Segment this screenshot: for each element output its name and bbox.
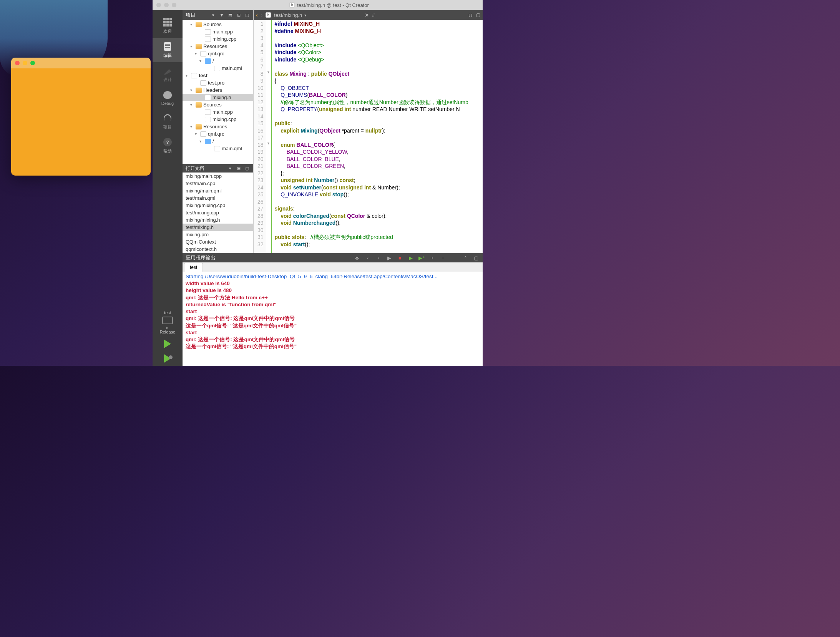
tree-item[interactable]: ▾Headers — [183, 86, 253, 94]
mode-design[interactable]: 设计 — [153, 62, 183, 86]
dropdown-icon[interactable]: ▾ — [227, 165, 233, 171]
link-icon[interactable]: ⬒ — [227, 12, 233, 18]
tree-item[interactable]: main.qml — [183, 65, 253, 72]
zoom-icon[interactable] — [30, 61, 35, 65]
tree-item[interactable]: ▾/ — [183, 57, 253, 65]
qtc-titlebar[interactable]: h test/mixing.h @ test - Qt Creator — [153, 0, 483, 10]
close-icon[interactable] — [15, 61, 20, 65]
open-doc-item[interactable]: mixing/main.cpp — [183, 173, 253, 180]
editor-area: ‹ › h test/mixing.h ▾ ✕ # ⫾⫾ ▢ — [254, 10, 483, 253]
tree-item[interactable]: mixing.h — [183, 94, 253, 101]
minimize-icon[interactable] — [23, 61, 27, 65]
tree-item[interactable]: ▾/ — [183, 138, 253, 145]
monitor-icon — [162, 317, 173, 324]
split-icon[interactable]: ⊞ — [236, 165, 242, 171]
open-doc-item[interactable]: test/main.qml — [183, 194, 253, 202]
project-panel: 项目 ▾ ▼ ⬒ ⊞ ▢ ▾Sourcesmain.cppmixing.cpp▾… — [183, 10, 254, 253]
mode-label: 项目 — [163, 124, 172, 130]
file-path-selector[interactable]: test/mixing.h ▾ — [274, 12, 362, 18]
debug-run-button[interactable] — [164, 351, 171, 366]
app-titlebar[interactable] — [11, 58, 151, 68]
split-icon[interactable]: ⊞ — [236, 12, 242, 18]
remove-icon[interactable]: − — [440, 254, 447, 261]
open-docs-list[interactable]: mixing/main.cpptest/main.cppmixing/main.… — [183, 173, 253, 253]
stop-icon[interactable]: ■ — [397, 254, 403, 261]
open-doc-item[interactable]: test/mixing.cpp — [183, 209, 253, 216]
open-doc-item[interactable]: qqmlcontext.h — [183, 246, 253, 253]
tree-item[interactable]: main.cpp — [183, 108, 253, 116]
tree-item[interactable]: main.qml — [183, 145, 253, 152]
open-doc-item[interactable]: mixing/main.qml — [183, 187, 253, 194]
close-panel-icon[interactable]: ▢ — [244, 165, 250, 171]
next-icon[interactable]: › — [375, 254, 382, 261]
code-editor[interactable]: 1234567891011121314151617181920212223242… — [254, 20, 483, 253]
mode-label: 编辑 — [163, 53, 172, 58]
tree-item[interactable]: ▾qml.qrc — [183, 130, 253, 138]
header-file-icon: h — [289, 2, 295, 8]
kit-selector[interactable]: test ▶ Release — [160, 308, 175, 337]
window-title: h test/mixing.h @ test - Qt Creator — [179, 2, 479, 8]
pin-icon[interactable]: ⬘ — [354, 254, 360, 261]
open-doc-item[interactable]: mixing.pro — [183, 231, 253, 238]
code-content[interactable]: #ifndef MIXING_H#define MIXING_H#include… — [272, 20, 471, 253]
mode-help[interactable]: ? 帮助 — [153, 134, 183, 158]
open-doc-item[interactable]: mixing/mixing.cpp — [183, 202, 253, 209]
minimize-icon[interactable] — [164, 3, 169, 7]
line-gutter: 1234567891011121314151617181920212223242… — [254, 20, 266, 253]
play-bug-icon — [164, 354, 171, 363]
tree-item[interactable]: test.pro — [183, 79, 253, 86]
open-doc-item[interactable]: test/mixing.h — [183, 224, 253, 231]
mode-bar: 欢迎 编辑 设计 Debug 项目 ? 帮助 — [153, 10, 183, 366]
open-doc-item[interactable]: mixing/mixing.h — [183, 216, 253, 224]
prev-icon[interactable]: ‹ — [364, 254, 371, 261]
run-icon[interactable]: ▶ — [407, 254, 414, 261]
maximize-icon[interactable]: ▢ — [473, 254, 480, 261]
tree-item[interactable]: ▾Resources — [183, 43, 253, 50]
fold-column[interactable]: ▾▾ — [266, 20, 272, 253]
close-file-icon[interactable]: ✕ — [365, 12, 369, 18]
document-icon — [164, 42, 171, 51]
collapse-icon[interactable]: ⌃ — [462, 254, 469, 261]
tree-item[interactable]: ▾test — [183, 72, 253, 79]
open-doc-item[interactable]: test/main.cpp — [183, 180, 253, 187]
tree-item[interactable]: ▾Resources — [183, 123, 253, 130]
tree-item[interactable]: mixing.cpp — [183, 116, 253, 123]
window-title-text: test/mixing.h @ test - Qt Creator — [297, 2, 369, 8]
add-icon[interactable]: + — [429, 254, 436, 261]
mode-label: 欢迎 — [163, 28, 172, 34]
mode-welcome[interactable]: 欢迎 — [153, 14, 183, 38]
help-icon: ? — [163, 138, 172, 146]
mode-project[interactable]: 项目 — [153, 109, 183, 134]
output-tab[interactable]: test — [184, 263, 203, 272]
mode-debug[interactable]: Debug — [153, 86, 183, 109]
tree-item[interactable]: ▾Sources — [183, 101, 253, 108]
output-pane: 应用程序输出 ⬘ ‹ › ▶ ■ ▶ ▶⁺ + − ⌃ ▢ test — [183, 253, 483, 366]
tree-item[interactable]: ▾qml.qrc — [183, 50, 253, 57]
mode-edit[interactable]: 编辑 — [153, 38, 183, 62]
close-icon[interactable] — [156, 3, 161, 7]
qt-creator-window: h test/mixing.h @ test - Qt Creator 欢迎 编… — [153, 0, 483, 366]
filter-icon[interactable]: ▼ — [219, 12, 225, 18]
run-button[interactable] — [164, 337, 171, 351]
project-panel-header: 项目 ▾ ▼ ⬒ ⊞ ▢ — [183, 10, 253, 20]
project-panel-title: 项目 — [186, 12, 196, 18]
play-icon — [164, 340, 171, 348]
tree-item[interactable]: mixing.cpp — [183, 35, 253, 43]
output-body[interactable]: Starting /Users/wuduobin/build-test-Desk… — [183, 272, 483, 366]
nav-forward-icon[interactable]: › — [261, 12, 263, 18]
tree-item[interactable]: main.cpp — [183, 28, 253, 35]
close-panel-icon[interactable]: ▢ — [244, 12, 250, 18]
zoom-icon[interactable] — [172, 3, 176, 7]
open-doc-item[interactable]: QQmlContext — [183, 238, 253, 246]
open-docs-header: 打开文档 ▾ ⊞ ▢ — [183, 164, 253, 173]
symbol-selector[interactable]: # — [372, 12, 375, 18]
dropdown-icon[interactable]: ▾ — [210, 12, 216, 18]
rerun-icon[interactable]: ▶ — [386, 254, 393, 261]
tree-item[interactable]: ▾Sources — [183, 21, 253, 28]
run-debug-icon[interactable]: ▶⁺ — [418, 254, 425, 261]
close-split-icon[interactable]: ▢ — [476, 12, 480, 18]
output-header: 应用程序输出 ⬘ ‹ › ▶ ■ ▶ ▶⁺ + − ⌃ ▢ — [183, 253, 483, 262]
split-editor-icon[interactable]: ⫾⫾ — [468, 12, 473, 18]
nav-back-icon[interactable]: ‹ — [256, 12, 258, 18]
project-tree[interactable]: ▾Sourcesmain.cppmixing.cpp▾Resources▾qml… — [183, 20, 253, 164]
